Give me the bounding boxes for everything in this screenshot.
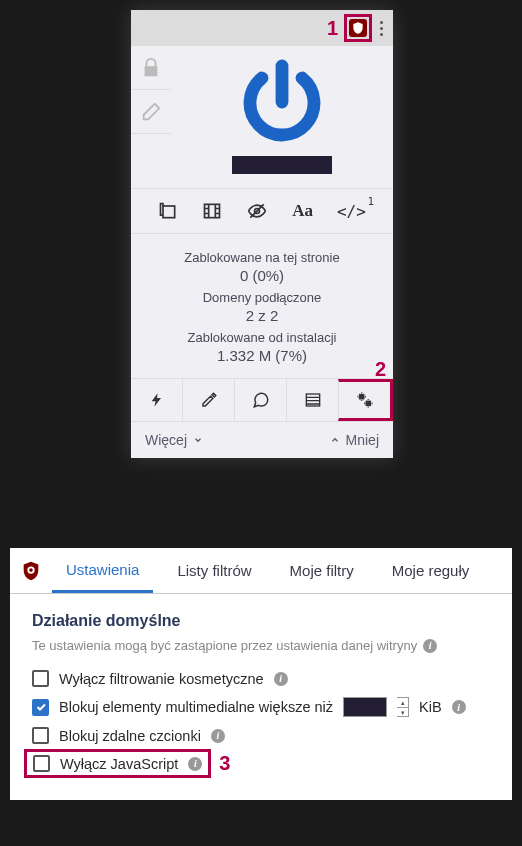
info-icon[interactable]: i: [452, 700, 466, 714]
option-block-fonts[interactable]: Blokuj zdalne czcionki i: [32, 722, 490, 749]
svg-rect-0: [163, 206, 175, 218]
checkbox-media[interactable]: [32, 699, 49, 716]
info-icon[interactable]: i: [423, 639, 437, 653]
checkbox-fonts[interactable]: [32, 727, 49, 744]
stats-block: Zablokowane na tej stronie 0 (0%) Domeny…: [131, 234, 393, 378]
eraser-icon[interactable]: [131, 90, 171, 134]
more-toggle[interactable]: Więcej: [145, 432, 203, 448]
ublock-popup: 1: [131, 10, 393, 458]
settings-body: Działanie domyślne Te ustawienia mogą by…: [10, 594, 512, 800]
settings-button[interactable]: 2: [338, 379, 393, 421]
info-icon[interactable]: i: [188, 757, 202, 771]
section-subtitle: Te ustawienia mogą być zastąpione przez …: [32, 638, 490, 653]
svg-point-7: [29, 568, 33, 572]
browser-toolbar: 1: [131, 10, 393, 46]
option-cosmetic-filtering[interactable]: Wyłącz filtrowanie kosmetyczne i: [32, 665, 490, 692]
extension-icon-highlight: [344, 14, 372, 42]
option-disable-js-highlight[interactable]: Wyłącz JavaScript i: [24, 749, 211, 778]
popup-icon[interactable]: [158, 201, 178, 221]
less-toggle[interactable]: Mniej: [330, 432, 379, 448]
svg-rect-1: [205, 204, 220, 217]
tab-my-filters[interactable]: Moje filtry: [276, 550, 368, 591]
media-size-input[interactable]: [343, 697, 387, 717]
annotation-3: 3: [219, 752, 230, 775]
eye-slash-icon[interactable]: [246, 201, 268, 221]
annotation-2: 2: [375, 358, 386, 381]
option-block-media[interactable]: Blokuj elementy multimedialne większe ni…: [32, 692, 490, 722]
blocked-page-label: Zablokowane na tej stronie: [139, 250, 385, 265]
popup-sidebar: [131, 46, 171, 188]
tab-settings[interactable]: Ustawienia: [52, 549, 153, 593]
annotation-1: 1: [327, 17, 338, 40]
tabs-row: Ustawienia Listy filtrów Moje filtry Moj…: [10, 548, 512, 594]
browser-menu-icon[interactable]: [376, 21, 387, 36]
bolt-icon[interactable]: [131, 379, 182, 421]
power-button[interactable]: [234, 54, 330, 150]
blocked-install-label: Zablokowane od instalacji: [139, 330, 385, 345]
chevron-down-icon: [193, 435, 203, 445]
ublock-logo-icon: [20, 560, 42, 582]
list-icon[interactable]: [286, 379, 338, 421]
blocked-page-value: 0 (0%): [139, 267, 385, 284]
code-icon[interactable]: </>1: [337, 202, 366, 221]
media-size-spinner[interactable]: ▴▾: [397, 697, 409, 717]
info-icon[interactable]: i: [211, 729, 225, 743]
info-icon[interactable]: i: [274, 672, 288, 686]
tab-my-rules[interactable]: Moje reguły: [378, 550, 484, 591]
film-icon[interactable]: [202, 201, 222, 221]
domains-label: Domeny podłączone: [139, 290, 385, 305]
chat-icon[interactable]: [234, 379, 286, 421]
chevron-up-icon: [330, 435, 340, 445]
site-url-redacted: [232, 156, 332, 174]
tool-row: Aa </>1: [131, 188, 393, 234]
tab-filter-lists[interactable]: Listy filtrów: [163, 550, 265, 591]
popup-body: Aa </>1 Zablokowane na tej stronie 0 (0%…: [131, 46, 393, 458]
blocked-install-value: 1.332 M (7%): [139, 347, 385, 364]
bottom-tool-row: 2: [131, 378, 393, 422]
lock-icon[interactable]: [131, 46, 171, 90]
font-icon[interactable]: Aa: [292, 201, 313, 221]
section-title: Działanie domyślne: [32, 612, 490, 630]
expand-row: Więcej Mniej: [131, 422, 393, 458]
settings-panel: Ustawienia Listy filtrów Moje filtry Moj…: [10, 548, 512, 800]
domains-value: 2 z 2: [139, 307, 385, 324]
checkbox-cosmetic[interactable]: [32, 670, 49, 687]
ublock-extension-icon[interactable]: [349, 19, 367, 37]
power-area: [171, 46, 393, 188]
checkbox-js[interactable]: [33, 755, 50, 772]
dropper-icon[interactable]: [182, 379, 234, 421]
